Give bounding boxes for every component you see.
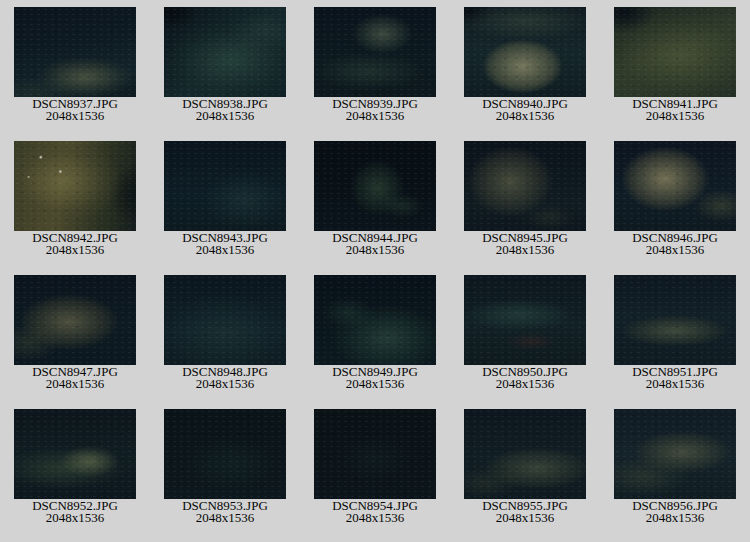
thumbnail-cell: DSCN8946.JPG 2048x1536: [600, 135, 750, 269]
thumbnail-cell: DSCN8939.JPG 2048x1536: [300, 1, 450, 135]
thumbnail-cell: DSCN8938.JPG 2048x1536: [150, 1, 300, 135]
thumbnail-image[interactable]: [614, 7, 736, 97]
dimensions-label: 2048x1536: [646, 110, 705, 122]
dimensions-label: 2048x1536: [646, 378, 705, 390]
dimensions-label: 2048x1536: [496, 110, 555, 122]
thumbnail-image[interactable]: [464, 7, 586, 97]
thumbnail-cell: DSCN8941.JPG 2048x1536: [600, 1, 750, 135]
thumbnail-image[interactable]: [14, 409, 136, 499]
thumbnail-image[interactable]: [164, 275, 286, 365]
thumbnail-cell: DSCN8940.JPG 2048x1536: [450, 1, 600, 135]
thumbnail-grid: DSCN8937.JPG 2048x1536 DSCN8938.JPG 2048…: [0, 0, 750, 537]
dimensions-label: 2048x1536: [496, 512, 555, 524]
thumbnail-image[interactable]: [614, 275, 736, 365]
dimensions-label: 2048x1536: [46, 378, 105, 390]
thumbnail-image[interactable]: [14, 7, 136, 97]
thumbnail-image[interactable]: [464, 141, 586, 231]
dimensions-label: 2048x1536: [346, 378, 405, 390]
thumbnail-image[interactable]: [614, 409, 736, 499]
thumbnail-cell: DSCN8947.JPG 2048x1536: [0, 269, 150, 403]
dimensions-label: 2048x1536: [346, 244, 405, 256]
thumbnail-cell: DSCN8945.JPG 2048x1536: [450, 135, 600, 269]
thumbnail-cell: DSCN8942.JPG 2048x1536: [0, 135, 150, 269]
thumbnail-cell: DSCN8951.JPG 2048x1536: [600, 269, 750, 403]
dimensions-label: 2048x1536: [346, 110, 405, 122]
dimensions-label: 2048x1536: [646, 244, 705, 256]
thumbnail-cell: DSCN8949.JPG 2048x1536: [300, 269, 450, 403]
dimensions-label: 2048x1536: [496, 378, 555, 390]
dimensions-label: 2048x1536: [646, 512, 705, 524]
dimensions-label: 2048x1536: [196, 110, 255, 122]
thumbnail-cell: DSCN8943.JPG 2048x1536: [150, 135, 300, 269]
dimensions-label: 2048x1536: [196, 378, 255, 390]
thumbnail-cell: DSCN8948.JPG 2048x1536: [150, 269, 300, 403]
thumbnail-image[interactable]: [464, 409, 586, 499]
thumbnail-image[interactable]: [314, 141, 436, 231]
thumbnail-cell: DSCN8950.JPG 2048x1536: [450, 269, 600, 403]
thumbnail-image[interactable]: [164, 141, 286, 231]
thumbnail-image[interactable]: [164, 7, 286, 97]
dimensions-label: 2048x1536: [496, 244, 555, 256]
thumbnail-cell: DSCN8952.JPG 2048x1536: [0, 403, 150, 537]
dimensions-label: 2048x1536: [46, 110, 105, 122]
thumbnail-image[interactable]: [314, 275, 436, 365]
dimensions-label: 2048x1536: [46, 512, 105, 524]
dimensions-label: 2048x1536: [346, 512, 405, 524]
thumbnail-cell: DSCN8937.JPG 2048x1536: [0, 1, 150, 135]
dimensions-label: 2048x1536: [196, 244, 255, 256]
thumbnail-cell: DSCN8944.JPG 2048x1536: [300, 135, 450, 269]
thumbnail-image[interactable]: [314, 7, 436, 97]
thumbnail-image[interactable]: [464, 275, 586, 365]
thumbnail-cell: DSCN8956.JPG 2048x1536: [600, 403, 750, 537]
thumbnail-cell: DSCN8953.JPG 2048x1536: [150, 403, 300, 537]
dimensions-label: 2048x1536: [196, 512, 255, 524]
thumbnail-image[interactable]: [314, 409, 436, 499]
thumbnail-image[interactable]: [164, 409, 286, 499]
dimensions-label: 2048x1536: [46, 244, 105, 256]
thumbnail-index-page: DSCN8937.JPG 2048x1536 DSCN8938.JPG 2048…: [0, 0, 750, 542]
thumbnail-cell: DSCN8954.JPG 2048x1536: [300, 403, 450, 537]
thumbnail-image[interactable]: [614, 141, 736, 231]
thumbnail-cell: DSCN8955.JPG 2048x1536: [450, 403, 600, 537]
thumbnail-image[interactable]: [14, 275, 136, 365]
thumbnail-image[interactable]: [14, 141, 136, 231]
